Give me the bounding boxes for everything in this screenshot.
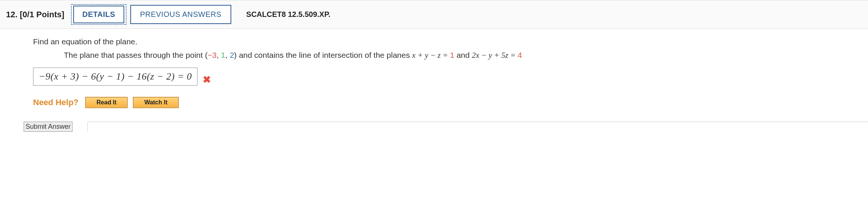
- question-source: SCALCET8 12.5.509.XP.: [246, 10, 330, 19]
- point-z: 2: [230, 51, 234, 59]
- need-help-row: Need Help? Read It Watch It: [33, 97, 868, 108]
- watch-it-button[interactable]: Watch It: [133, 97, 179, 108]
- prompt-line-1: Find an equation of the plane.: [33, 37, 868, 46]
- incorrect-icon: ✖: [203, 74, 211, 86]
- divider-side: [87, 122, 88, 132]
- question-body: Find an equation of the plane. The plane…: [0, 29, 868, 132]
- answer-row: −9(x + 3) − 6(y − 1) − 16(z − 2) = 0 ✖: [33, 68, 868, 86]
- answer-input[interactable]: −9(x + 3) − 6(y − 1) − 16(z − 2) = 0: [33, 68, 197, 86]
- read-it-button[interactable]: Read It: [85, 97, 128, 108]
- prompt-text: The plane that passes through the point …: [64, 51, 208, 59]
- question-header: 12. [0/1 Points] DETAILS PREVIOUS ANSWER…: [0, 0, 868, 29]
- point-y: 1: [221, 51, 226, 59]
- previous-answers-button[interactable]: PREVIOUS ANSWERS: [130, 5, 231, 24]
- equation-2-rhs: 4: [518, 51, 522, 59]
- divider-line: [87, 122, 868, 122]
- submit-answer-button[interactable]: Submit Answer: [24, 122, 72, 132]
- details-button[interactable]: DETAILS: [71, 4, 127, 25]
- prompt-text: ) and contains the line of intersection …: [234, 51, 412, 59]
- equation-2-lhs: 2x − y + 5z =: [472, 51, 518, 60]
- answer-expr: −9(x + 3) − 6(y − 1) − 16(z − 2) = 0: [39, 71, 192, 82]
- need-help-label: Need Help?: [33, 98, 78, 107]
- equation-1-rhs: 1: [450, 51, 454, 59]
- question-container: 12. [0/1 Points] DETAILS PREVIOUS ANSWER…: [0, 0, 868, 132]
- point-x: −3: [208, 51, 217, 59]
- prompt-text: and: [454, 51, 472, 59]
- details-label: DETAILS: [73, 6, 124, 23]
- equation-1-lhs: x + y − z =: [412, 51, 450, 60]
- question-number: 12. [0/1 Points]: [6, 10, 64, 20]
- prompt-line-2: The plane that passes through the point …: [64, 51, 868, 60]
- submit-area: Submit Answer: [24, 122, 868, 132]
